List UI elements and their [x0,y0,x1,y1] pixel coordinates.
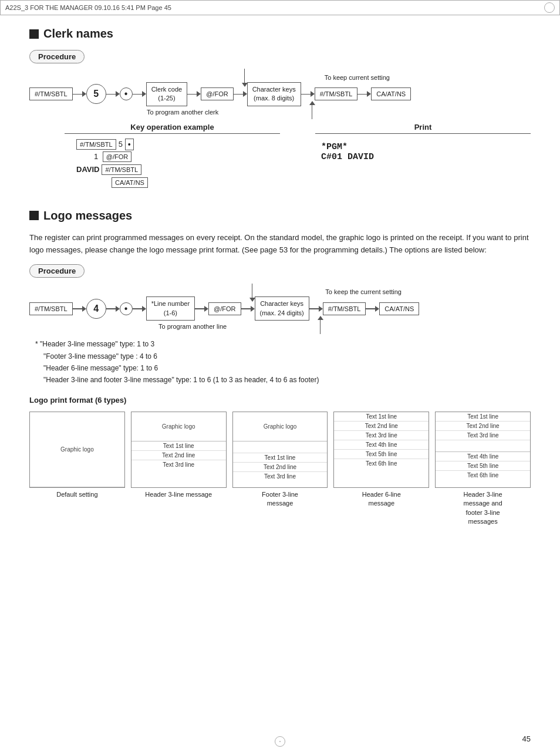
procedure-badge-2: Procedure [29,264,85,278]
flow2-arrowhead6 [319,306,323,312]
ko-box-dot: • [125,139,134,150]
logo-box4-line6: Text 6th line [334,459,429,468]
ko-5: 5 [119,140,123,149]
flow2-arrow7 [366,306,379,312]
ko-1: 1 [94,152,98,161]
logo-box2-line2: Text 2nd line [131,451,226,460]
flow2-circle-4: 4 [86,299,106,319]
flow2-note-bottom: To program another line [158,323,227,330]
flow2-box-tmstbl2: #/TM/SBTL [323,302,366,315]
logo-box2-line3: Text 3rd line [131,460,226,469]
note-3: "Header 6-line message" type: 1 to 6 [35,362,531,374]
logo-format-title: Logo print format (6 types) [29,396,531,405]
ko-david: DAVID [76,165,99,174]
logo-description: The register can print programmed messag… [29,232,531,257]
flow2-arrow4 [195,306,208,312]
logo-box2-caption: Header 3-line message [145,490,212,499]
flow2-char-keys: Character keys(max. 24 digits) [255,296,309,321]
logo-box5-line2: Text 2nd line [436,422,530,431]
header-text: A22S_3 FOR THE MANAGER 09.10.16 5:41 PM … [5,4,171,11]
logo-box4-line1: Text 1st line [334,412,429,422]
black-square-icon [29,29,39,39]
logo-box4-line3: Text 3rd line [334,431,429,440]
logo-box1-caption: Default setting [56,490,97,499]
flow2-note-top: To keep the current setting [325,288,402,295]
flow1-atfor: @/FOR [201,87,233,100]
print-title: Print [315,123,531,134]
flow1-note-top: To keep current setting [325,74,390,81]
logo-box3-line3: Text 3rd line [233,472,328,481]
logo-box5-line1: Text 1st line [436,412,530,422]
logo-box3-caption: Footer 3-linemessage [262,490,298,508]
flow2-arrow6 [309,308,319,309]
flow-diagram-2: To keep the current setting #/TM/SBTL 4 [29,288,531,330]
flow1-box-tmstbl: #/TM/SBTL [29,87,73,100]
flow1-arrowhead6 [311,91,315,97]
flow1-arrowhead5 [243,91,247,97]
flow1-arrow2 [106,91,120,97]
logo-box4-caption: Header 6-linemessage [362,490,401,508]
page-number: 45 [522,734,531,743]
flow-diagram-1: To keep current setting #/TM/SBTL 5 [29,74,531,116]
flow1-dot: • [120,87,133,100]
logo-box2-line1: Text 1st line [131,441,226,451]
logo-box-2: Graphic logo Text 1st line Text 2nd line… [131,412,227,499]
ko-title: Key operation example [65,123,280,134]
ko-box-caatns: CA/AT/NS [112,177,148,188]
page-header: A22S_3 FOR THE MANAGER 09.10.16 5:41 PM … [0,0,560,15]
key-operation: Key operation example #/TM/SBTL 5 • 1 @/… [65,123,280,188]
ko-content: #/TM/SBTL 5 • 1 @/FOR DAVID #/TM/SBTL CA… [65,139,280,188]
logo-box3-graphic: Graphic logo [233,412,328,441]
note-1: * "Header 3-line message" type: 1 to 3 [35,338,531,350]
flow1-box-tmstbl2: #/TM/SBTL [315,87,358,100]
flow2-box-tmstbl: #/TM/SBTL [29,302,73,315]
logo-box-4: Text 1st line Text 2nd line Text 3rd lin… [333,412,429,508]
logo-box5-line3: Text 3rd line [436,431,530,440]
flow1-arrow6 [301,94,311,95]
section-clerk-names: Clerk names Procedure To keep current se… [29,27,531,188]
logo-box-3: Graphic logo Text 1st line Text 2nd line… [232,412,328,508]
note-2: "Footer 3-line message" type : 4 to 6 [35,350,531,362]
logo-box3-line2: Text 2nd line [233,463,328,472]
flow1-char-keys: Character keys(max. 8 digits) [247,82,301,106]
flow2-atfor: @/FOR [208,302,241,315]
print-section: Print *PGM* C#01 DAVID [315,123,531,166]
clerk-names-title: Clerk names [29,27,531,41]
flow2-line-number: *Line number(1-6) [146,296,195,321]
note-4: "Header 3-line and footer 3-line message… [35,374,531,386]
flow1-circle-5: 5 [86,84,106,104]
flow2-arrow1 [73,306,86,312]
flow2-arrowhead5 [251,306,255,312]
print-pgm: *PGM* [321,142,525,152]
flow1-arrow7 [357,91,371,97]
flow1-arrow1 [73,91,86,97]
flow2-arrow2 [106,306,120,312]
flow1-arrow5 [234,94,243,95]
logo-boxes-row: Graphic logo Default setting Graphic log… [29,412,531,527]
flow2-dot: • [120,302,133,315]
logo-box5-line6: Text 6th line [436,471,530,480]
logo-box1-graphic: Graphic logo [30,412,124,487]
flow1-clerk-code: Clerk code(1-25) [146,82,188,106]
flow1-note-bottom: To program another clerk [147,109,218,116]
key-print-section: Key operation example #/TM/SBTL 5 • 1 @/… [65,123,531,188]
logo-box-5: Text 1st line Text 2nd line Text 3rd lin… [435,412,531,527]
flow1-arrow4 [187,91,201,97]
logo-box5-line5: Text 5th line [436,461,530,471]
print-c01: C#01 DAVID [321,152,525,162]
flow1-arrow3 [133,91,146,97]
print-content: *PGM* C#01 DAVID [315,139,531,166]
flow2-arrow5 [241,308,251,309]
logo-box4-line4: Text 4th line [334,440,429,450]
header-circle [544,2,555,13]
logo-box-1: Graphic logo Default setting [29,412,125,499]
notes-list: * "Header 3-line message" type: 1 to 3 "… [35,338,531,386]
section-logo-messages: Logo messages The register can print pro… [29,209,531,527]
logo-box2-graphic: Graphic logo [131,412,226,441]
logo-box5-caption: Header 3-linemessage andfooter 3-linemes… [464,490,502,527]
logo-box4-line5: Text 5th line [334,450,429,459]
logo-box4-line2: Text 2nd line [334,422,429,431]
ko-box-tmstbl: #/TM/SBTL [76,139,116,150]
flow2-caatns: CA/AT/NS [379,302,419,315]
procedure-badge-1: Procedure [29,50,85,63]
